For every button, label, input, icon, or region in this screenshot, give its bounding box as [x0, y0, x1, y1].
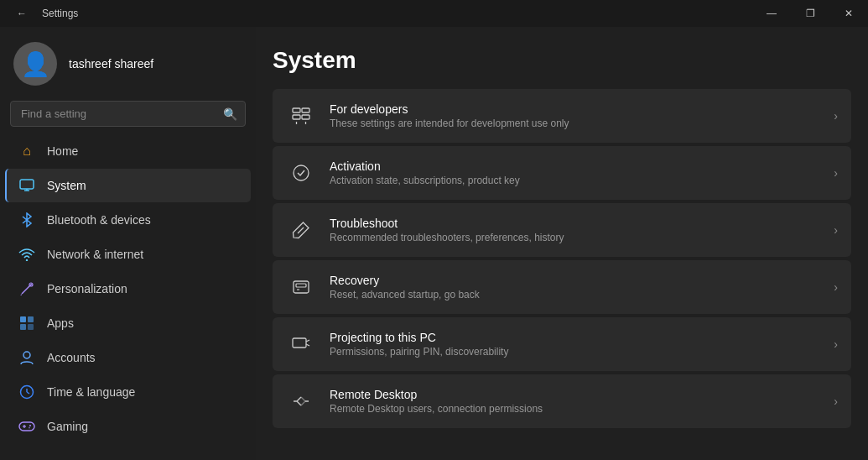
svg-rect-21 [293, 115, 300, 119]
time-icon [18, 384, 35, 400]
projecting-desc: Permissions, pairing PIN, discoverabilit… [330, 346, 820, 358]
avatar-icon: 👤 [21, 50, 50, 78]
svg-rect-28 [296, 284, 306, 287]
developers-icon [286, 101, 316, 131]
svg-rect-7 [28, 316, 34, 322]
sidebar-item-personalization[interactable]: Personalization [5, 272, 251, 306]
title-bar: ← Settings — ❐ ✕ [0, 0, 868, 27]
home-icon: ⌂ [18, 143, 35, 159]
app-title: Settings [42, 8, 78, 19]
projecting-icon [286, 329, 316, 359]
sidebar-item-gaming[interactable]: Gaming [5, 410, 251, 443]
svg-rect-20 [302, 108, 309, 112]
troubleshoot-text: Troubleshoot Recommended troubleshooters… [330, 217, 820, 243]
sidebar-item-time[interactable]: Time & language [5, 375, 251, 409]
svg-rect-6 [20, 316, 26, 322]
page-title: System [273, 47, 851, 74]
sidebar-item-system[interactable]: System [5, 169, 251, 202]
svg-rect-22 [302, 115, 309, 119]
sidebar-item-bluetooth[interactable]: Bluetooth & devices [5, 203, 251, 237]
troubleshoot-desc: Recommended troubleshooters, preferences… [330, 232, 820, 243]
recovery-desc: Reset, advanced startup, go back [330, 289, 820, 301]
settings-item-recovery[interactable]: Recovery Reset, advanced startup, go bac… [273, 260, 851, 314]
projecting-text: Projecting to this PC Permissions, pairi… [330, 331, 820, 358]
system-icon [18, 177, 35, 194]
search-bar: 🔍 [10, 101, 246, 127]
developers-text: For developers These settings are intend… [330, 102, 820, 129]
sidebar-item-label-system: System [47, 179, 86, 192]
activation-text: Activation Activation state, subscriptio… [330, 159, 820, 186]
search-icon: 🔍 [223, 107, 237, 121]
remote-desktop-chevron: › [834, 395, 838, 408]
svg-rect-30 [293, 338, 306, 348]
recovery-title: Recovery [330, 274, 820, 287]
remote-desktop-icon [286, 386, 316, 416]
remote-desktop-text: Remote Desktop Remote Desktop users, con… [330, 388, 820, 415]
svg-rect-9 [28, 324, 34, 330]
sidebar: 👤 tashreef shareef 🔍 ⌂ Home [0, 27, 256, 460]
svg-rect-19 [293, 108, 300, 112]
remote-desktop-title: Remote Desktop [330, 388, 820, 401]
user-name: tashreef shareef [69, 57, 153, 71]
title-bar-left: ← Settings [8, 0, 78, 27]
app-body: 👤 tashreef shareef 🔍 ⌂ Home [0, 27, 868, 460]
content-area: System For developers These sett [256, 27, 868, 460]
sidebar-item-apps[interactable]: Apps [5, 306, 251, 340]
svg-rect-14 [19, 422, 34, 431]
troubleshoot-title: Troubleshoot [330, 217, 820, 230]
personalization-icon [18, 280, 35, 297]
settings-list: For developers These settings are intend… [273, 89, 851, 428]
svg-point-17 [29, 425, 31, 426]
sidebar-item-label-home: Home [47, 144, 78, 158]
recovery-chevron: › [834, 280, 838, 294]
settings-item-developers[interactable]: For developers These settings are intend… [273, 89, 851, 143]
sidebar-item-label-network: Network & internet [47, 248, 143, 261]
gaming-icon [18, 418, 35, 435]
sidebar-item-label-personalization: Personalization [47, 282, 127, 295]
sidebar-item-accounts[interactable]: Accounts [5, 341, 251, 374]
sidebar-item-home[interactable]: ⌂ Home [5, 134, 251, 168]
back-button[interactable]: ← [8, 0, 35, 27]
activation-title: Activation [330, 159, 820, 173]
settings-item-troubleshoot[interactable]: Troubleshoot Recommended troubleshooters… [273, 203, 851, 257]
svg-line-26 [298, 227, 304, 233]
avatar: 👤 [13, 42, 57, 86]
recovery-icon [286, 272, 316, 302]
network-icon [18, 246, 35, 263]
window-controls: — ❐ ✕ [752, 0, 868, 27]
user-profile[interactable]: 👤 tashreef shareef [0, 27, 256, 97]
bluetooth-icon [18, 212, 35, 228]
projecting-chevron: › [834, 337, 838, 351]
apps-icon [18, 315, 35, 332]
sidebar-item-label-apps: Apps [47, 316, 74, 330]
minimize-button[interactable]: — [752, 0, 791, 27]
sidebar-nav: ⌂ Home System [0, 133, 256, 444]
svg-line-4 [22, 284, 32, 294]
sidebar-item-label-accounts: Accounts [47, 351, 96, 364]
sidebar-item-label-bluetooth: Bluetooth & devices [47, 213, 151, 227]
remote-desktop-desc: Remote Desktop users, connection permiss… [330, 403, 820, 415]
maximize-button[interactable]: ❐ [791, 0, 829, 27]
search-input[interactable] [10, 101, 246, 127]
recovery-text: Recovery Reset, advanced startup, go bac… [330, 274, 820, 301]
svg-point-25 [294, 165, 309, 180]
settings-item-remote-desktop[interactable]: Remote Desktop Remote Desktop users, con… [273, 374, 851, 428]
svg-rect-0 [20, 180, 34, 189]
developers-title: For developers [330, 102, 820, 116]
developers-desc: These settings are intended for developm… [330, 118, 820, 129]
projecting-title: Projecting to this PC [330, 331, 820, 344]
svg-point-3 [26, 259, 28, 261]
troubleshoot-icon [286, 215, 316, 245]
developers-chevron: › [834, 109, 838, 123]
settings-item-activation[interactable]: Activation Activation state, subscriptio… [273, 146, 851, 200]
sidebar-item-network[interactable]: Network & internet [5, 238, 251, 271]
troubleshoot-chevron: › [834, 223, 838, 237]
settings-item-projecting[interactable]: Projecting to this PC Permissions, pairi… [273, 317, 851, 371]
svg-point-10 [23, 352, 30, 358]
accounts-icon [18, 349, 35, 366]
svg-line-13 [27, 392, 29, 394]
svg-point-18 [29, 427, 30, 429]
close-button[interactable]: ✕ [829, 0, 868, 27]
activation-desc: Activation state, subscriptions, product… [330, 175, 820, 186]
svg-rect-8 [20, 324, 26, 330]
